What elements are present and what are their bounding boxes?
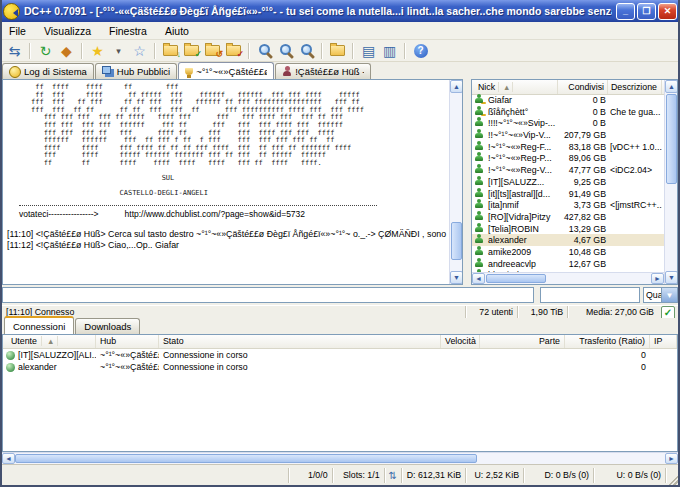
finished-downloads-icon[interactable]: ✓	[181, 41, 202, 61]
menu-file[interactable]: File	[0, 23, 35, 39]
download-queue-icon[interactable]: ↓	[160, 41, 181, 61]
refresh-hublist-icon[interactable]: ↻	[35, 41, 56, 61]
user-list-row[interactable]: amike200910,48 GB<+-	[472, 246, 664, 258]
user-icon-cell	[472, 117, 486, 129]
user-list-row[interactable]: !~°¹°~«»Reg-P...89,06 GB<+-	[472, 152, 664, 164]
user-list-row[interactable]: [it][ts][astral][d...91,49 GB<+-	[472, 188, 664, 200]
user-list-row[interactable]: !!!!~°¹°~«»Svip-...0 B<+-	[472, 117, 664, 129]
user-list-row[interactable]: Giafar0 B	[472, 94, 664, 106]
user-list-row[interactable]: alexander4,67 GB<St	[472, 234, 664, 246]
scroll-up-icon[interactable]: ▲	[665, 80, 678, 93]
favorite-hubs-icon[interactable]: ★	[87, 41, 108, 61]
column-nick[interactable]: Nick ▴	[472, 80, 558, 94]
reconnect-icon[interactable]: ⇆	[4, 41, 25, 61]
scroll-left-icon[interactable]: ◄	[472, 273, 485, 284]
column-velocita[interactable]: Velocità	[441, 335, 480, 348]
user-list-vertical-scrollbar[interactable]: ▲ ▼	[664, 80, 677, 284]
transfer-row[interactable]: alexander~°¹°~«»Çäšté££...Connessione in…	[3, 361, 677, 373]
magnifier-icon	[299, 43, 315, 59]
user-icon-cell	[472, 176, 486, 188]
notepad-icon[interactable]: ▥	[379, 41, 400, 61]
column-descrizione[interactable]: Descrizione	[608, 80, 662, 94]
transfer-user: alexander	[18, 362, 57, 372]
search-spy-icon[interactable]	[296, 41, 317, 61]
menu-aiuto[interactable]: Aiuto	[156, 23, 198, 39]
user-list-row[interactable]: [ita]nmif3,73 GB<[jmstRC++...<jm	[472, 199, 664, 211]
column-ip[interactable]: IP	[650, 335, 677, 348]
search-icon[interactable]	[254, 41, 275, 61]
user-nick: !~°¹°~«»Reg-P...	[486, 153, 558, 163]
user-list-scroll-thumb[interactable]	[666, 94, 677, 184]
scroll-down-icon[interactable]: ▼	[665, 271, 678, 284]
user-list-hscroll-thumb[interactable]	[486, 274, 546, 283]
follow-redirect-icon[interactable]: ◆	[56, 41, 77, 61]
transfers-rows: [IT][SALUZZO][ALI...~°¹°~«»Çäšté££...Con…	[3, 349, 677, 373]
user-list-row[interactable]: !~°¹°~«»Reg-V...47,77 GB<iDC2.04><+-	[472, 164, 664, 176]
finished-uploads-icon[interactable]: ✓	[223, 41, 244, 61]
chat-vertical-scrollbar[interactable]: ▲ ▼	[449, 80, 462, 284]
column-condivisi[interactable]: Condivisi	[558, 80, 608, 94]
filter-column-combo[interactable]: Qualsias ▼	[643, 287, 678, 303]
chevron-down-icon[interactable]: ▼	[661, 288, 677, 302]
tab-downloads[interactable]: Downloads	[75, 318, 140, 334]
close-button[interactable]: ✕	[658, 3, 677, 20]
column-trasferito[interactable]: Trasferito (Ratio)	[565, 335, 650, 348]
tab-4[interactable]: !Çäšté££ø Hüß - ~...	[275, 63, 371, 79]
minimize-button[interactable]: _	[616, 3, 635, 20]
user-list-row[interactable]: ßîåñçhètt°0 BChe te gua...<zl	[472, 106, 664, 118]
settings-icon[interactable]: ▤	[358, 41, 379, 61]
favorite-users-icon[interactable]: ☆	[129, 41, 150, 61]
user-icon-cell	[472, 211, 486, 223]
user-nick: ßîåñçhètt°	[486, 107, 558, 117]
scroll-down-icon[interactable]: ▼	[450, 271, 463, 284]
transfer-row[interactable]: [IT][SALUZZO][ALI...~°¹°~«»Çäšté££...Con…	[3, 349, 677, 361]
user-icon	[474, 211, 484, 221]
tab-connessioni[interactable]: Connessioni	[4, 316, 74, 334]
scroll-right-icon[interactable]: ►	[651, 273, 664, 284]
chat-scroll-thumb[interactable]	[451, 222, 462, 260]
column-hub[interactable]: Hub	[96, 335, 159, 348]
scroll-right-icon[interactable]: ►	[665, 453, 678, 464]
transfers-hscroll-thumb[interactable]	[15, 454, 477, 463]
user-list[interactable]: Nick ▴ Condivisi Descrizione Etic Giafar…	[471, 79, 678, 285]
transfers-table[interactable]: Utente ▴ Hub Stato Velocità Parte Trasfe…	[2, 334, 678, 452]
favorites-dropdown-icon[interactable]: ▾	[108, 41, 129, 61]
chat-message-input[interactable]	[2, 287, 534, 303]
scroll-left-icon[interactable]: ◄	[2, 453, 15, 464]
scroll-up-icon[interactable]: ▲	[450, 80, 463, 93]
maximize-button[interactable]: ❐	[637, 3, 656, 20]
updown-arrows-icon[interactable]: ⇅	[385, 468, 402, 483]
tab-1[interactable]: Log di Sistema	[2, 63, 94, 79]
column-stato[interactable]: Stato	[159, 335, 441, 348]
transfers-horizontal-scrollbar[interactable]: ◄ ►	[2, 452, 678, 464]
menu-finestra[interactable]: Finestra	[100, 23, 156, 39]
user-list-row[interactable]: !!~°¹°~«»Vip-V...207,79 GB<+-	[472, 129, 664, 141]
chat-pane[interactable]: ff ffff ffff ff fff ff fff ffff ff fffff…	[2, 79, 463, 285]
transfer-hub: ~°¹°~«»Çäšté££...	[96, 362, 159, 372]
window-title: DC++ 0.7091 - [-°¹°-««Çäšté££ø Đèg£ï Åñg…	[24, 5, 612, 17]
menu-visualizza[interactable]: Visualizza	[35, 23, 100, 39]
adl-search-icon[interactable]	[275, 41, 296, 61]
vote-url-link[interactable]: http://www.dchublist.com/?page=show&id=5…	[125, 209, 306, 219]
status-counts: 1/0/0	[289, 468, 333, 483]
user-filter-input[interactable]	[540, 287, 640, 303]
open-filelist-icon[interactable]	[327, 41, 348, 61]
user-icon-cell	[472, 152, 486, 164]
user-list-row[interactable]: [RO][Vidra]Pitzy427,82 GB<St	[472, 211, 664, 223]
user-list-row[interactable]: [IT][SALUZZ...9,25 GB<St	[472, 176, 664, 188]
user-icon	[474, 199, 484, 209]
user-list-horizontal-scrollbar[interactable]: ◄ ►	[472, 272, 664, 284]
tab-2[interactable]: Hub Pubblici	[95, 63, 177, 79]
user-shared: 0 B	[558, 107, 608, 117]
user-icon	[474, 152, 484, 162]
tab-3[interactable]: ~°¹°~«»Çäšté££ø Đ...	[178, 62, 274, 79]
user-list-row[interactable]: [Telia]ROBIN13,29 GB<+-	[472, 223, 664, 235]
column-parte[interactable]: Parte	[480, 335, 565, 348]
user-list-row[interactable]: andreeacvlp12,67 GB<+-	[472, 258, 664, 270]
help-icon[interactable]: ?	[410, 41, 431, 61]
user-list-row[interactable]: !~°¹°~«»Reg-F...83,18 GB[vDC++ 1.0...<+-	[472, 141, 664, 153]
waiting-users-icon[interactable]: ↺	[202, 41, 223, 61]
resize-grip[interactable]	[668, 473, 680, 485]
column-utente[interactable]: Utente ▴	[3, 335, 96, 348]
chat-userlist-splitter[interactable]	[463, 79, 471, 285]
